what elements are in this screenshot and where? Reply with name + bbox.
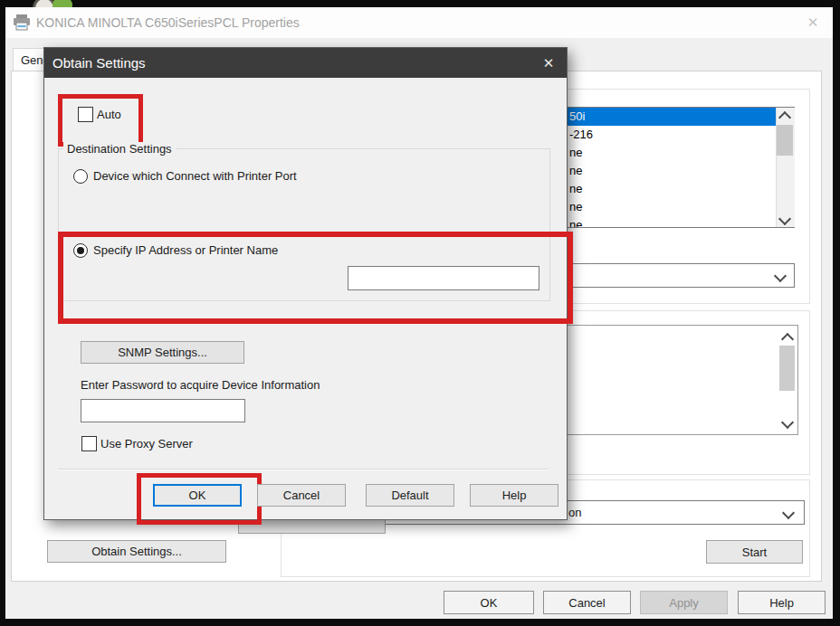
printer-icon [13,14,31,34]
dialog-default-button[interactable]: Default [366,484,454,507]
scroll-up-icon[interactable] [776,108,794,123]
proxy-checkbox[interactable] [81,436,97,451]
proxy-checkbox-label[interactable]: Use Proxy Server [100,436,193,451]
scroll-up-icon[interactable] [779,329,796,344]
auto-checkbox-label[interactable]: Auto [97,107,121,122]
radio-printer-port-label[interactable]: Device which Connect with Printer Port [93,169,297,184]
footer-apply-button: Apply [640,591,728,614]
ip-address-input[interactable] [348,266,539,290]
dialog-title: Obtain Settings [52,48,146,78]
scrollbar-thumb[interactable] [777,125,793,156]
destination-settings-label: Destination Settings [63,142,176,156]
obtain-settings-dialog: Obtain Settings ✕ Auto Destination Setti… [43,47,568,520]
scrollbar-thumb[interactable] [779,346,795,391]
footer-help-button[interactable]: Help [738,591,826,614]
dialog-help-button[interactable]: Help [470,484,558,507]
radio-specify-ip-label[interactable]: Specify IP Address or Printer Name [93,243,278,258]
window-titlebar[interactable]: KONICA MINOLTA C650iSeriesPCL Properties… [5,7,833,38]
password-label: Enter Password to acquire Device Informa… [81,378,320,392]
radio-printer-port[interactable] [73,169,88,184]
radio-specify-ip[interactable] [73,243,88,258]
dialog-ok-button[interactable]: OK [153,484,242,507]
obtain-settings-button[interactable]: Obtain Settings... [47,540,226,563]
footer-ok-button[interactable]: OK [444,591,534,614]
dialog-close-icon[interactable]: ✕ [530,48,567,78]
password-input[interactable] [81,399,245,422]
footer-cancel-button[interactable]: Cancel [543,591,631,614]
hidden-button-sliver[interactable] [238,520,386,534]
config-combobox-value: on [568,500,581,525]
dialog-titlebar[interactable]: Obtain Settings ✕ [44,48,567,78]
scroll-down-icon[interactable] [776,212,794,227]
start-button[interactable]: Start [706,540,803,564]
window-close-icon[interactable]: ✕ [798,12,827,33]
auto-checkbox[interactable] [78,107,93,122]
divider [58,469,549,470]
snmp-settings-button[interactable]: SNMP Settings... [81,341,244,364]
dialog-cancel-button[interactable]: Cancel [257,484,346,507]
scroll-down-icon[interactable] [779,416,796,431]
window-title: KONICA MINOLTA C650iSeriesPCL Properties [36,7,300,38]
